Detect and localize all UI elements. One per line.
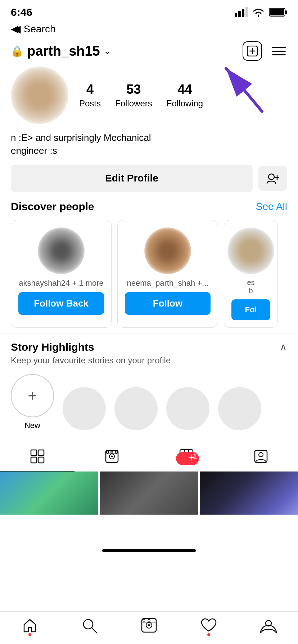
post-grid-preview [0,472,298,515]
following-label: Following [167,98,203,109]
plus-square-icon [247,46,258,56]
svg-rect-14 [38,450,44,456]
highlight-circle[interactable] [218,387,261,430]
home-active-dot [28,633,31,636]
menu-line [272,47,286,48]
content-tabs: 1 [0,441,298,472]
header-actions [243,41,287,61]
highlight-circle[interactable] [114,387,158,430]
discover-header: Discover people See All [11,201,287,213]
post-thumbnail[interactable] [200,472,298,515]
following-count: 44 [177,82,192,97]
svg-rect-6 [270,9,284,15]
svg-rect-15 [31,457,37,463]
home-indicator [102,549,196,552]
card-username: akshayshah24 + 1 more [18,279,104,288]
svg-point-42 [143,619,145,621]
status-bar: 6:46 [0,0,298,22]
add-person-button[interactable] [258,166,287,191]
back-nav[interactable]: ◀ ◀ Search [0,22,298,38]
edit-profile-row: Edit Profile [0,165,298,201]
svg-rect-5 [285,10,287,14]
menu-line [272,51,286,52]
follow-back-button[interactable]: Follow Back [18,292,104,315]
discover-card: neema_parth_shah +... Follow [117,220,218,328]
username-row: 🔒 parth_sh15 ⌄ [11,43,111,59]
svg-rect-13 [31,450,37,456]
posts-label: Posts [79,98,101,109]
post-thumbnail[interactable] [0,472,98,515]
svg-point-22 [111,451,113,453]
plus-icon: + [28,387,37,405]
follow-button-partial[interactable]: Fol [231,299,270,320]
svg-rect-3 [245,7,248,17]
highlight-circle[interactable] [166,387,209,430]
dropdown-arrow-icon[interactable]: ⌄ [104,46,111,56]
avatar [11,66,68,124]
search-nav-item[interactable] [81,617,98,633]
add-highlight-button[interactable]: + [11,374,54,417]
collapse-button[interactable]: ∧ [280,341,287,353]
card-username: neema_parth_shah +... [125,279,211,288]
svg-point-34 [259,452,263,457]
profile-icon [260,617,277,633]
reels-nav-icon [141,617,157,633]
discover-title: Discover people [11,201,94,213]
card-avatar [38,227,85,274]
highlights-subtitle: Keep your favourite stories on your prof… [11,355,287,365]
follow-button[interactable]: Follow [125,292,211,315]
highlights-header: Story Highlights ∧ [11,341,287,353]
wifi-icon [252,7,265,17]
svg-rect-0 [235,13,237,17]
svg-point-19 [111,455,113,457]
activity-badge: 1 [176,452,199,465]
heart-active-dot [207,633,210,636]
posts-stat[interactable]: 4 Posts [79,82,101,109]
highlight-circle[interactable] [63,387,106,430]
card-avatar [144,227,191,274]
svg-point-23 [115,451,117,453]
discover-card-partial: esb Fol [224,220,278,328]
svg-point-30 [181,455,186,460]
profile-header: 🔒 parth_sh15 ⌄ [0,38,298,66]
followers-stat[interactable]: 53 Followers [115,82,152,109]
discover-cards: akshayshah24 + 1 more Follow Back neema_… [11,220,287,328]
person-tab[interactable] [224,441,298,472]
heart-nav-item[interactable] [200,617,217,633]
home-nav-item[interactable] [21,617,39,633]
grid-tab[interactable] [0,441,74,472]
highlights-title: Story Highlights [11,341,94,353]
search-icon [81,617,98,633]
bio-line-1: n :E> and surprisingly Mechanical [11,131,287,144]
menu-button[interactable] [271,46,287,57]
heart-icon [200,617,217,633]
following-stat[interactable]: 44 Following [167,82,203,109]
profile-nav-item[interactable] [260,617,277,633]
reels-nav-item[interactable] [141,617,157,633]
bottom-nav [0,611,298,644]
svg-rect-2 [242,9,244,17]
svg-point-21 [107,451,109,453]
add-post-button[interactable] [243,41,262,61]
grid-icon [30,449,45,464]
lock-icon: 🔒 [11,45,23,57]
edit-profile-button[interactable]: Edit Profile [11,165,253,192]
post-thumbnail[interactable] [100,472,198,515]
followers-label: Followers [115,98,152,109]
svg-line-37 [91,627,96,632]
status-time: 6:46 [11,6,32,18]
see-all-button[interactable]: See All [256,201,287,212]
svg-rect-16 [38,457,44,463]
person-tag-icon [254,449,268,464]
notification-badge: 1 [179,448,194,464]
username-text: parth_sh15 [27,43,100,59]
posts-count: 4 [86,82,94,97]
svg-point-43 [148,619,150,621]
profile-section: 4 Posts 53 Followers 44 Following [0,66,298,131]
highlight-new: + New [11,374,54,430]
tagged-tab[interactable]: 1 [149,441,224,472]
add-person-icon [266,172,279,184]
reels-tab[interactable] [74,441,149,472]
svg-rect-1 [238,11,241,17]
stats-row: 4 Posts 53 Followers 44 Following [79,82,287,109]
